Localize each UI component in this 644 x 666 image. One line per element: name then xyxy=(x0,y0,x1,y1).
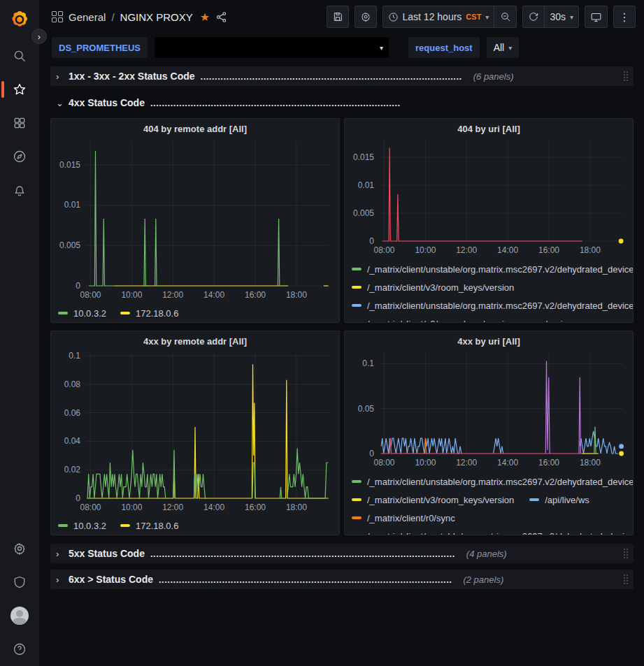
panel-title[interactable]: 4xx by remote addr [All] xyxy=(51,331,339,349)
share-icon[interactable] xyxy=(215,11,227,23)
svg-text:16:00: 16:00 xyxy=(245,502,266,512)
sidebar-item-dashboards[interactable] xyxy=(0,106,39,140)
svg-text:0.06: 0.06 xyxy=(64,408,81,418)
legend-label: /_matrix/client/v3/room_keys/version xyxy=(367,495,514,505)
legend-item[interactable]: /_matrix/client/v3/room_keys/version xyxy=(352,491,514,509)
chevron-down-icon: ▾ xyxy=(508,44,512,52)
legend-item[interactable]: /_matrix/client/unstable/org.matrix.msc2… xyxy=(352,296,633,314)
legend-item[interactable]: /api/live/ws xyxy=(529,491,589,509)
legend-item[interactable]: 172.18.0.6 xyxy=(120,516,178,534)
svg-text:12:00: 12:00 xyxy=(162,502,183,512)
sidebar-item-server-admin[interactable] xyxy=(0,565,39,599)
legend-item[interactable]: /_matrix/client/r0/sync xyxy=(352,509,455,527)
legend-label: 10.0.3.2 xyxy=(73,521,106,531)
legend-item[interactable]: 172.18.0.6 xyxy=(120,304,178,321)
row-1xx-3xx-2xx[interactable]: › 1xx - 3xx - 2xx Status Code ..........… xyxy=(50,66,634,86)
svg-text:0: 0 xyxy=(76,281,80,291)
user-avatar[interactable] xyxy=(0,599,39,632)
sidebar-item-configuration[interactable] xyxy=(0,532,39,565)
time-range-picker[interactable]: Last 12 hours CST ▾ xyxy=(382,6,495,28)
legend-swatch xyxy=(352,516,362,519)
time-range-label: Last 12 hours xyxy=(403,11,462,22)
time-series-chart[interactable]: 00.050.108:0010:0012:0014:0016:0018:00 xyxy=(349,349,629,471)
breadcrumb-page[interactable]: NGINX PROXY xyxy=(120,11,193,23)
panel-title[interactable]: 404 by remote addr [All] xyxy=(51,119,339,136)
svg-text:16:00: 16:00 xyxy=(245,290,266,300)
zoom-out-button[interactable] xyxy=(494,6,517,28)
chart-legend: 10.0.3.2172.18.0.6 xyxy=(51,516,339,534)
kebab-menu-button[interactable]: ⋮ xyxy=(613,6,636,28)
sidebar-item-starred[interactable] xyxy=(0,73,39,106)
svg-text:10:00: 10:00 xyxy=(415,245,436,255)
legend-item[interactable]: /_matrix/client/unstable/org.matrix.msc2… xyxy=(352,260,633,278)
legend-label: 172.18.0.6 xyxy=(136,521,178,531)
sidebar xyxy=(0,0,39,666)
variable-label-request-host: request_host xyxy=(408,37,480,58)
legend-label: 10.0.3.2 xyxy=(73,308,106,319)
apps-grid-icon xyxy=(52,11,63,22)
panel-grid: 404 by remote addr [All] 00.0050.010.015… xyxy=(50,118,634,535)
row-title-dots: ........................................… xyxy=(159,574,452,585)
search-icon[interactable] xyxy=(0,39,39,73)
legend-item[interactable]: /_matrix/client/unstable/org.matrix.msc2… xyxy=(352,472,633,491)
svg-text:08:00: 08:00 xyxy=(373,458,394,468)
row-drag-handle[interactable] xyxy=(622,547,629,560)
sidebar-expand-button[interactable]: › xyxy=(31,29,47,44)
cycle-view-mode-button[interactable] xyxy=(585,6,608,28)
legend-item[interactable]: /_matrix/client/v3/room_keys/version xyxy=(352,278,514,296)
row-panel-count: (2 panels) xyxy=(463,574,503,585)
legend-label: /sw.js xyxy=(545,319,567,323)
favorite-star-icon[interactable]: ★ xyxy=(200,10,210,24)
svg-text:0.1: 0.1 xyxy=(362,359,374,368)
svg-text:08:00: 08:00 xyxy=(373,245,394,255)
row-title: 4xx Status Code xyxy=(69,97,145,108)
time-series-chart[interactable]: 00.0050.010.01508:0010:0012:0014:0016:00… xyxy=(349,136,629,259)
svg-text:0.04: 0.04 xyxy=(64,436,81,446)
chevron-down-icon: ▾ xyxy=(374,44,389,52)
refresh-button[interactable] xyxy=(522,6,545,28)
dashboard-header: General / NGINX PROXY ★ Last 12 hours CS… xyxy=(39,0,644,34)
request-host-select[interactable]: All ▾ xyxy=(487,37,520,58)
row-drag-handle[interactable] xyxy=(622,573,629,586)
breadcrumb-section[interactable]: General xyxy=(69,11,106,23)
svg-text:16:00: 16:00 xyxy=(538,245,559,255)
legend-label: /_matrix/client/unstable/org.matrix.msc2… xyxy=(367,264,633,275)
svg-text:14:00: 14:00 xyxy=(203,502,224,512)
legend-item[interactable]: /_matrix/client/v3/room_keys/version xyxy=(352,314,514,322)
legend-swatch xyxy=(352,498,362,501)
legend-swatch xyxy=(352,268,362,270)
chevron-down-icon: ▾ xyxy=(570,13,573,21)
legend-item[interactable]: /sw.js xyxy=(529,314,567,322)
legend-item[interactable]: /_matrix/client/unstable/org.matrix.msc2… xyxy=(352,527,633,535)
row-drag-handle[interactable] xyxy=(622,70,629,82)
row-4xx[interactable]: ⌄ 4xx Status Code ......................… xyxy=(50,93,634,113)
time-series-chart[interactable]: 00.020.040.060.080.108:0010:0012:0014:00… xyxy=(55,349,335,516)
avatar xyxy=(10,607,29,625)
svg-text:0.015: 0.015 xyxy=(353,152,374,162)
svg-text:0.01: 0.01 xyxy=(358,180,375,190)
panel-title[interactable]: 404 by uri [All] xyxy=(345,119,633,136)
help-icon[interactable] xyxy=(0,632,39,666)
clock-icon xyxy=(388,12,399,22)
svg-text:10:00: 10:00 xyxy=(415,458,436,468)
svg-text:18:00: 18:00 xyxy=(580,245,601,255)
redacted-value xyxy=(155,37,374,58)
dashboard-settings-button[interactable] xyxy=(355,6,377,28)
panel-title[interactable]: 4xx by uri [All] xyxy=(345,331,633,349)
sidebar-item-explore[interactable] xyxy=(0,140,39,173)
legend-item[interactable]: 10.0.3.2 xyxy=(58,516,106,534)
svg-text:18:00: 18:00 xyxy=(286,502,307,512)
row-5xx[interactable]: › 5xx Status Code ......................… xyxy=(50,544,634,563)
sidebar-item-alerting[interactable] xyxy=(0,173,39,207)
request-host-value: All xyxy=(494,42,505,53)
row-collapse-chevron: › xyxy=(56,549,63,559)
ds-prometheus-select[interactable]: ▾ xyxy=(155,37,389,58)
legend-label: 172.18.0.6 xyxy=(136,308,178,319)
legend-item[interactable]: 10.0.3.2 xyxy=(58,304,106,321)
save-button[interactable] xyxy=(327,6,349,28)
time-series-chart[interactable]: 00.0050.010.01508:0010:0012:0014:0016:00… xyxy=(55,136,335,303)
row-6xx[interactable]: › 6xx > Status Code ....................… xyxy=(50,570,634,589)
refresh-interval-picker[interactable]: 30s ▾ xyxy=(545,6,579,28)
row-title: 5xx Status Code xyxy=(69,548,145,559)
svg-text:12:00: 12:00 xyxy=(162,290,183,300)
